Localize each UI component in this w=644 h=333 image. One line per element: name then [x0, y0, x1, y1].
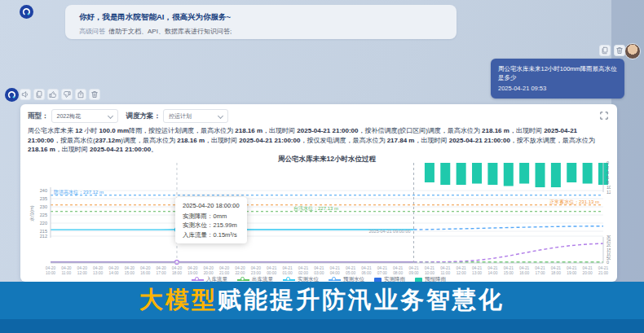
svg-text:04-2109:00: 04-2109:00 — [408, 266, 419, 275]
user-message-actions — [599, 45, 625, 56]
svg-text:04-2103:00: 04-2103:00 — [314, 266, 324, 275]
legend-line-marker — [192, 279, 204, 281]
svg-text:04-2016:00: 04-2016:00 — [140, 266, 151, 275]
svg-text:04-2116:00: 04-2116:00 — [519, 266, 530, 275]
ai-avatar-answer — [5, 88, 19, 102]
svg-text:12: 12 — [607, 190, 611, 195]
svg-text:0: 0 — [607, 260, 609, 265]
bottom-banner: 大模型赋能提升防汛业务智慧化 — [0, 282, 644, 319]
svg-text:04-2110:00: 04-2110:00 — [425, 266, 435, 275]
legend-line-marker — [283, 279, 295, 281]
copy-answer-button[interactable] — [33, 89, 45, 100]
rain-type-select[interactable]: 2022梅花 — [51, 109, 118, 123]
answer-panel: 雨型： 2022梅花 调度方案： 控运计划 周公宅水库未来 12 小时 100.… — [20, 104, 617, 282]
svg-text:04-2019:00: 04-2019:00 — [187, 266, 198, 275]
svg-text:225: 225 — [40, 213, 47, 217]
svg-text:04-2102:00: 04-2102:00 — [298, 266, 309, 275]
svg-text:04-2023:00: 04-2023:00 — [251, 266, 262, 275]
svg-text:04-2119:00: 04-2119:00 — [567, 266, 577, 275]
svg-text:04-2013:00: 04-2013:00 — [93, 266, 104, 275]
tooltip-title: 2025-04-20 18:00:00 — [183, 201, 240, 211]
assistant-answer-toolbar — [20, 89, 100, 100]
svg-text:240: 240 — [40, 188, 47, 193]
export-icon — [77, 90, 85, 99]
copy-icon — [35, 90, 43, 99]
svg-text:04-2021:00: 04-2021:00 — [219, 266, 230, 275]
svg-text:04-2104:00: 04-2104:00 — [330, 266, 341, 275]
speaker-icon — [21, 90, 29, 99]
current-time-label: 2025-04-21 09:00:00 — [368, 229, 410, 234]
svg-text:04-2114:00: 04-2114:00 — [487, 266, 498, 275]
chart-tooltip: 2025-04-20 18:00:00 实测降雨：0mm 实测水位：215.99… — [175, 197, 247, 243]
tooltip-row-level: 实测水位：215.99m — [183, 221, 240, 230]
tooltip-row-rain: 实测降雨：0mm — [183, 212, 240, 221]
tooltip-row-inflow: 入库流量：0.15m³/s — [183, 230, 240, 240]
banner-rest: 赋能提升防汛业务智慧化 — [218, 287, 505, 313]
svg-text:04-2117:00: 04-2117:00 — [535, 266, 545, 275]
svg-text:04-2101:00: 04-2101:00 — [282, 266, 293, 275]
svg-text:防洪高水位：237.12 m: 防洪高水位：237.12 m — [54, 189, 104, 195]
app-root: { "chat": { "assistant": { "title": "你好，… — [0, 0, 644, 333]
fullscreen-button[interactable] — [600, 108, 610, 118]
copy-icon — [601, 46, 609, 55]
plan-label: 调度方案： — [126, 112, 161, 121]
qa-mode-desc: 借助于文档、API、数据库表进行知识问答; — [108, 28, 232, 35]
svg-text:04-2115:00: 04-2115:00 — [504, 266, 514, 275]
thumbs-up-icon — [49, 90, 57, 99]
water-level-chart-svg: 防洪高水位：237.12 m正常蓄水位：231.13 m台汛水位：227.13 … — [27, 151, 611, 278]
rain-type-value: 2022梅花 — [57, 112, 82, 120]
svg-text:04-2020:00: 04-2020:00 — [204, 266, 214, 275]
banner-text: 大模型赋能提升防汛业务智慧化 — [139, 284, 505, 317]
svg-text:230: 230 — [40, 204, 47, 209]
chart-title: 周公宅水库未来12小时水位过程 — [277, 155, 376, 163]
plan-value: 控运计划 — [169, 112, 192, 120]
thumbs-down-button[interactable] — [61, 89, 73, 100]
x-axis-labels: 04-2010:0004-2011:0004-2012:0004-2013:00… — [46, 266, 609, 275]
svg-text:正常蓄水位：231.13 m: 正常蓄水位：231.13 m — [549, 199, 599, 204]
svg-text:04-2106:00: 04-2106:00 — [361, 266, 372, 275]
svg-text:04-2121:00: 04-2121:00 — [598, 266, 609, 275]
svg-text:04-2111:00: 04-2111:00 — [440, 266, 451, 275]
svg-text:04-2112:00: 04-2112:00 — [457, 266, 467, 275]
export-button[interactable] — [75, 89, 86, 100]
user-message-bubble: 周公宅水库未来12小时100mm降雨最高水位是多少 2025-04-21 09:… — [491, 59, 624, 99]
svg-text:04-2105:00: 04-2105:00 — [346, 266, 356, 275]
assistant-greeting-sub: 高级问答借助于文档、API、数据库表进行知识问答; — [79, 27, 232, 36]
user-message-time: 2025-04-21 09:53 — [498, 84, 617, 93]
rain-bars — [425, 163, 608, 187]
svg-text:04-2018:00: 04-2018:00 — [172, 266, 183, 275]
svg-text:04-2120:00: 04-2120:00 — [582, 266, 593, 275]
plan-select[interactable]: 控运计划 — [163, 109, 228, 123]
ai-logo-icon — [7, 90, 17, 100]
thumbs-down-icon — [63, 90, 71, 99]
banner-highlight: 大模型 — [139, 287, 218, 313]
legend-line-marker — [237, 279, 249, 281]
read-aloud-button[interactable] — [20, 89, 31, 100]
water-level-chart[interactable]: 防洪高水位：237.12 m正常蓄水位：231.13 m台汛水位：227.13 … — [27, 151, 611, 278]
delete-button[interactable] — [614, 45, 625, 56]
copy-button[interactable] — [599, 45, 611, 56]
svg-text:04-2108:00: 04-2108:00 — [393, 266, 404, 275]
svg-text:235: 235 — [40, 196, 47, 201]
legend-line-marker — [329, 279, 341, 281]
ai-logo-icon — [21, 7, 32, 17]
svg-text:04-2118:00: 04-2118:00 — [551, 266, 562, 275]
filter-row: 雨型： 2022梅花 调度方案： 控运计划 — [28, 109, 228, 123]
fullscreen-icon — [600, 112, 608, 120]
thumbs-up-button[interactable] — [47, 89, 59, 100]
svg-text:212: 212 — [40, 234, 47, 239]
banner-strip — [0, 319, 644, 333]
svg-text:04-2017:00: 04-2017:00 — [156, 266, 166, 275]
trash-icon — [615, 46, 624, 55]
ai-avatar — [20, 5, 33, 19]
mark-lines: 防洪高水位：237.12 m正常蓄水位：231.13 m台汛水位：227.13 … — [51, 189, 603, 212]
delete-answer-button[interactable] — [89, 89, 100, 100]
svg-text:04-2015:00: 04-2015:00 — [125, 266, 135, 275]
svg-text:水位(m): 水位(m) — [29, 205, 34, 221]
svg-text:04-2012:00: 04-2012:00 — [77, 266, 88, 275]
user-message-text: 周公宅水库未来12小时100mm降雨最高水位是多少 — [498, 64, 617, 82]
trash-icon — [90, 90, 99, 99]
svg-text:04-2014:00: 04-2014:00 — [108, 266, 119, 275]
svg-text:04-2113:00: 04-2113:00 — [472, 266, 483, 275]
svg-text:04-2107:00: 04-2107:00 — [377, 266, 388, 275]
